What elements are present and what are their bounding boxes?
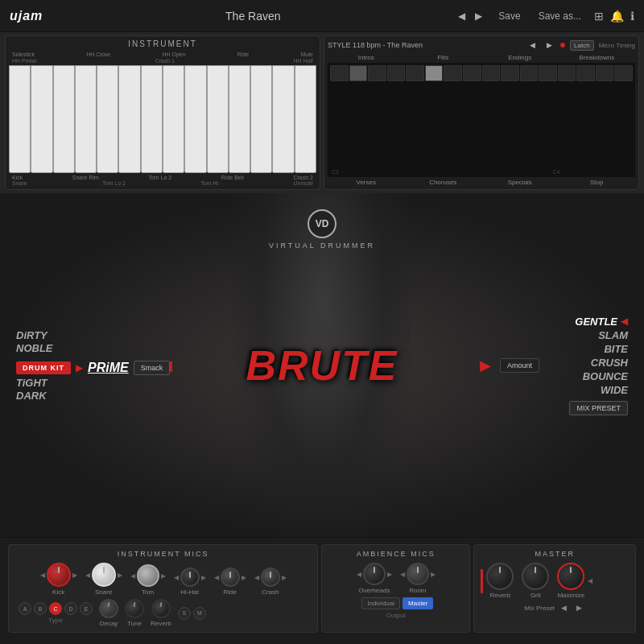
master-arrow[interactable]: ◀ bbox=[588, 577, 592, 584]
snare-prev-arrow[interactable]: ◀ bbox=[85, 572, 90, 579]
expand-icon[interactable]: ⊞ bbox=[594, 10, 604, 23]
kick-knob[interactable] bbox=[47, 563, 71, 587]
style-noble[interactable]: NOBLE bbox=[16, 342, 53, 354]
mix-preset-next[interactable]: ▶ bbox=[573, 602, 585, 613]
smack-button[interactable]: Smack bbox=[134, 361, 171, 375]
overheads-knob[interactable] bbox=[363, 563, 386, 585]
label-sidestick: Sidestick bbox=[12, 52, 35, 57]
piano-key[interactable] bbox=[97, 65, 118, 173]
amount-button[interactable]: Amount bbox=[500, 358, 539, 373]
overheads-next-arrow[interactable]: ▶ bbox=[387, 571, 392, 578]
crash-prev-arrow[interactable]: ◀ bbox=[254, 574, 259, 581]
room-knob[interactable] bbox=[407, 563, 429, 585]
style-cell[interactable] bbox=[614, 65, 633, 81]
master-level-bar[interactable] bbox=[481, 569, 483, 593]
latch-button[interactable]: Latch bbox=[570, 40, 594, 51]
tom-next-arrow[interactable]: ▶ bbox=[161, 572, 166, 580]
piano-key[interactable] bbox=[53, 65, 75, 173]
master-grit-knob[interactable] bbox=[522, 563, 549, 590]
style-cell[interactable] bbox=[387, 65, 406, 81]
ride-next-arrow[interactable]: ▶ bbox=[242, 574, 246, 581]
style-cell[interactable] bbox=[596, 65, 614, 81]
drum-kit-button[interactable]: DRUM KIT bbox=[16, 361, 71, 374]
room-prev-arrow[interactable]: ◀ bbox=[400, 571, 405, 578]
piano-key[interactable] bbox=[118, 65, 140, 173]
style-dirty[interactable]: DiRTY bbox=[16, 329, 53, 341]
style-cell[interactable] bbox=[425, 65, 444, 81]
preset-crush[interactable]: CRUSH bbox=[591, 357, 628, 369]
style-cell[interactable] bbox=[330, 65, 349, 81]
type-btn-d[interactable]: D bbox=[64, 602, 77, 615]
crash-next-arrow[interactable]: ▶ bbox=[282, 574, 287, 581]
type-btn-c[interactable]: C bbox=[49, 602, 62, 615]
piano-key[interactable] bbox=[163, 65, 184, 173]
style-dark[interactable]: DARK bbox=[16, 390, 47, 402]
decay-knob[interactable] bbox=[99, 599, 118, 618]
mute-button[interactable]: M bbox=[193, 607, 206, 620]
room-next-arrow[interactable]: ▶ bbox=[431, 571, 436, 578]
style-cell[interactable] bbox=[539, 65, 557, 81]
style-cell[interactable] bbox=[368, 65, 386, 81]
tom-knob[interactable] bbox=[137, 564, 159, 587]
type-btn-e[interactable]: E bbox=[80, 602, 93, 615]
piano-key[interactable] bbox=[250, 65, 272, 173]
master-reverb-knob[interactable] bbox=[486, 563, 514, 590]
ride-prev-arrow[interactable]: ◀ bbox=[214, 574, 219, 581]
master-maximize-knob[interactable] bbox=[557, 563, 584, 590]
overheads-prev-arrow[interactable]: ◀ bbox=[357, 571, 361, 578]
tune-knob[interactable] bbox=[125, 599, 144, 618]
piano-key[interactable] bbox=[207, 65, 229, 173]
snare-knob[interactable] bbox=[92, 563, 116, 587]
style-cell[interactable] bbox=[444, 65, 462, 81]
preset-wide[interactable]: WIDE bbox=[601, 384, 628, 396]
style-cell[interactable] bbox=[501, 65, 519, 81]
style-tight[interactable]: TiGHT bbox=[16, 377, 47, 389]
piano-key[interactable] bbox=[141, 65, 163, 173]
style-cell[interactable] bbox=[349, 65, 368, 81]
hihat-prev-arrow[interactable]: ◀ bbox=[174, 574, 179, 581]
piano-key[interactable] bbox=[9, 65, 31, 173]
piano-key[interactable] bbox=[229, 65, 250, 173]
individual-button[interactable]: Individual bbox=[361, 597, 400, 609]
preset-gentle[interactable]: GENTLE bbox=[575, 316, 617, 328]
brute-next-arrow[interactable]: ▶ bbox=[480, 357, 491, 374]
decay-channel: Decay bbox=[99, 599, 118, 627]
master-button[interactable]: Master bbox=[402, 597, 433, 609]
crash-knob[interactable] bbox=[261, 568, 280, 587]
reverb-knob[interactable] bbox=[151, 599, 171, 618]
preset-bounce[interactable]: BOUNCE bbox=[583, 370, 628, 382]
piano-key[interactable] bbox=[31, 65, 52, 173]
save-as-button[interactable]: Save as... bbox=[534, 9, 586, 23]
style-next[interactable]: ▶ bbox=[543, 39, 555, 51]
type-btn-a[interactable]: A bbox=[19, 602, 31, 615]
piano-key[interactable] bbox=[295, 65, 316, 173]
kick-next-arrow[interactable]: ▶ bbox=[72, 572, 77, 579]
style-cell[interactable] bbox=[406, 65, 424, 81]
style-cell[interactable] bbox=[576, 65, 595, 81]
style-prev[interactable]: ◀ bbox=[526, 39, 539, 51]
tom-prev-arrow[interactable]: ◀ bbox=[130, 572, 135, 580]
piano-key[interactable] bbox=[184, 65, 206, 173]
track-next-arrow[interactable]: ▶ bbox=[472, 9, 485, 23]
preset-slam[interactable]: SLAM bbox=[598, 329, 628, 341]
piano-key[interactable] bbox=[75, 65, 97, 173]
snare-next-arrow[interactable]: ▶ bbox=[118, 572, 122, 579]
hihat-knob[interactable] bbox=[180, 568, 200, 587]
preset-bite[interactable]: BITE bbox=[604, 343, 628, 355]
bell-icon[interactable]: 🔔 bbox=[610, 10, 624, 23]
info-icon[interactable]: ℹ bbox=[630, 10, 634, 23]
mix-preset-prev[interactable]: ◀ bbox=[558, 602, 570, 613]
piano-key[interactable] bbox=[272, 65, 294, 173]
save-button[interactable]: Save bbox=[493, 9, 525, 23]
type-btn-b[interactable]: B bbox=[34, 602, 47, 615]
style-cell[interactable] bbox=[482, 65, 501, 81]
style-cell[interactable] bbox=[463, 65, 481, 81]
style-cell[interactable] bbox=[558, 65, 576, 81]
kick-prev-arrow[interactable]: ◀ bbox=[40, 572, 45, 579]
ride-knob[interactable] bbox=[221, 568, 240, 587]
hihat-next-arrow[interactable]: ▶ bbox=[201, 574, 206, 581]
style-cell[interactable] bbox=[520, 65, 539, 81]
track-prev-arrow[interactable]: ◀ bbox=[455, 9, 469, 23]
solo-button[interactable]: S bbox=[178, 607, 191, 620]
mix-preset-button[interactable]: MIX PRESET bbox=[569, 401, 628, 415]
